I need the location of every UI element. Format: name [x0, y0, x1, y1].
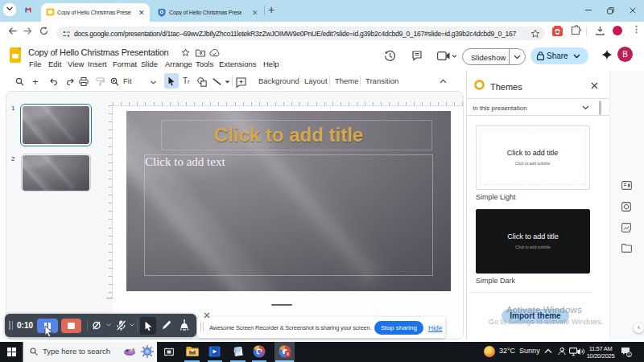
svg-text:1: 1: [628, 352, 630, 357]
